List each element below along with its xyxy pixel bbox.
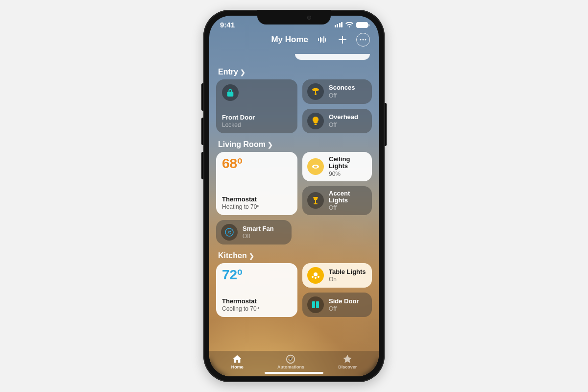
- screen: 9:41 My Home Entry ❯: [209, 16, 379, 376]
- svg-point-14: [315, 277, 317, 279]
- clock-check-icon: [285, 354, 296, 365]
- tile-table-lights[interactable]: Table Lights On: [302, 263, 372, 288]
- tile-status: On: [329, 276, 366, 283]
- svg-point-2: [365, 39, 367, 41]
- tile-status: Off: [329, 204, 367, 211]
- tab-label: Discover: [338, 365, 357, 369]
- tile-overhead[interactable]: Overhead Off: [302, 109, 372, 133]
- star-icon: [342, 354, 353, 365]
- fan-icon: [221, 224, 238, 241]
- svg-point-5: [315, 93, 317, 95]
- chevron-right-icon: ❯: [249, 252, 254, 260]
- tab-bar: Home Automations Discover: [209, 351, 379, 376]
- tile-sconces[interactable]: Sconces Off: [302, 79, 372, 104]
- phone-frame: 9:41 My Home Entry ❯: [203, 10, 385, 382]
- svg-rect-4: [315, 91, 316, 93]
- tile-status: Cooling to 70º: [222, 305, 292, 312]
- tile-status: 90%: [329, 171, 367, 177]
- tile-status: Off: [329, 122, 358, 128]
- home-indicator[interactable]: [265, 372, 323, 374]
- tile-side-door[interactable]: Side Door Off: [302, 293, 372, 317]
- chevron-right-icon: ❯: [240, 69, 245, 76]
- tab-discover[interactable]: Discover: [338, 354, 357, 369]
- section-header-living-room[interactable]: Living Room ❯: [216, 137, 372, 152]
- status-icons: [335, 22, 368, 28]
- svg-rect-10: [314, 203, 318, 204]
- add-button[interactable]: [336, 33, 349, 47]
- chandelier-icon: [307, 267, 324, 284]
- tile-status: Off: [243, 233, 274, 240]
- section-title-label: Living Room: [218, 140, 266, 149]
- tile-status: Off: [329, 305, 359, 312]
- section-title-label: Entry: [218, 68, 238, 76]
- tab-home[interactable]: Home: [231, 354, 244, 369]
- cellular-signal-icon: [335, 22, 343, 27]
- tab-label: Automations: [277, 365, 304, 369]
- tile-front-door[interactable]: Front Door Locked: [216, 79, 297, 133]
- tab-label: Home: [231, 365, 244, 369]
- ceiling-light-icon: [307, 158, 324, 175]
- content-area: Entry ❯ Front Door Locked: [209, 54, 379, 348]
- status-time: 9:41: [220, 21, 235, 29]
- svg-point-15: [318, 276, 319, 278]
- tile-title: Smart Fan: [243, 225, 274, 232]
- wifi-icon: [345, 22, 353, 28]
- tile-status: Heating to 70º: [222, 203, 292, 210]
- door-sensor-icon: [307, 296, 324, 313]
- partial-tile-top: [295, 54, 370, 60]
- lock-icon: [222, 84, 239, 101]
- more-button[interactable]: [356, 33, 370, 47]
- svg-rect-16: [312, 301, 315, 308]
- tile-title: Front Door: [222, 114, 292, 121]
- nav-header: My Home: [209, 30, 379, 51]
- tile-accent-lights[interactable]: Accent Lights Off: [302, 186, 372, 216]
- tile-kitchen-thermostat[interactable]: 72º Thermostat Cooling to 70º: [216, 263, 297, 317]
- page-title[interactable]: My Home: [271, 35, 308, 45]
- tile-title: Overhead: [329, 114, 358, 121]
- tile-status: Off: [329, 92, 355, 99]
- lamp-icon: [307, 192, 324, 209]
- svg-point-8: [314, 166, 318, 168]
- section-title-label: Kitchen: [218, 251, 247, 260]
- section-header-kitchen[interactable]: Kitchen ❯: [216, 248, 372, 263]
- tile-ceiling-lights[interactable]: Ceiling Lights 90%: [302, 152, 372, 181]
- intercom-icon[interactable]: [315, 33, 329, 47]
- sconce-light-icon: [307, 83, 324, 100]
- tile-title: Ceiling Lights: [329, 156, 367, 170]
- svg-rect-9: [315, 200, 316, 203]
- svg-rect-6: [315, 123, 317, 125]
- svg-point-12: [314, 272, 318, 276]
- tile-living-thermostat[interactable]: 68º Thermostat Heating to 70º: [216, 152, 297, 215]
- section-header-entry[interactable]: Entry ❯: [216, 65, 372, 79]
- tile-status: Locked: [222, 122, 292, 128]
- chevron-right-icon: ❯: [268, 141, 273, 148]
- thermostat-temp: 68º: [222, 157, 292, 171]
- svg-point-0: [360, 39, 362, 41]
- svg-point-1: [363, 39, 364, 41]
- tile-title: Table Lights: [329, 269, 366, 275]
- tile-title: Accent Lights: [329, 190, 367, 204]
- tab-automations[interactable]: Automations: [277, 354, 304, 369]
- tile-title: Side Door: [329, 298, 359, 305]
- tile-smart-fan[interactable]: Smart Fan Off: [216, 220, 292, 245]
- tile-title: Thermostat: [222, 298, 292, 305]
- svg-point-13: [312, 276, 314, 278]
- thermostat-temp: 72º: [222, 268, 292, 282]
- bulb-icon: [307, 113, 324, 129]
- svg-rect-17: [316, 301, 319, 308]
- tile-title: Thermostat: [222, 196, 292, 203]
- home-icon: [232, 354, 243, 365]
- battery-icon: [356, 22, 368, 28]
- tile-title: Sconces: [329, 84, 355, 91]
- notch: [257, 10, 331, 24]
